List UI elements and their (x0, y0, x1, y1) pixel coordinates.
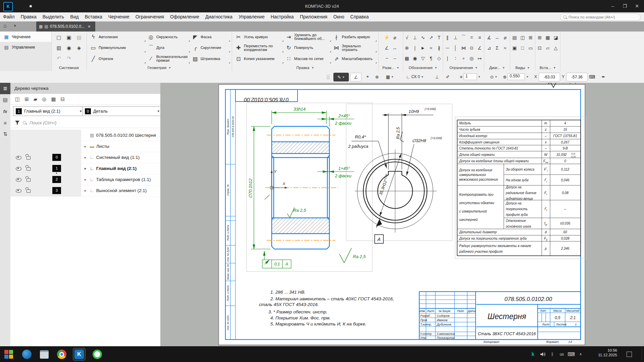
autoline-button[interactable]: ϟАвтолиния (88, 32, 146, 43)
sum-measure-icon[interactable]: Σ (493, 43, 501, 53)
menu-item-Ограничения[interactable]: Ограничения (132, 12, 167, 21)
insert-box-icon[interactable]: ⊡ (536, 43, 544, 53)
shapes-icon[interactable]: ◎ (42, 96, 46, 102)
tree-row[interactable]: 0▸∟Системный вид (1:1) (10, 152, 160, 163)
coordinate-system-select[interactable]: ∟СК 0▼ (400, 73, 430, 81)
keyboard-layout-indicator[interactable]: us (557, 346, 566, 362)
menu-item-Вставка[interactable]: Вставка (82, 12, 105, 21)
hatch-region-icon[interactable]: ▰ (34, 96, 38, 102)
files-app-icon[interactable] (38, 348, 50, 360)
menu-item-Правка[interactable]: Правка (17, 12, 39, 21)
tree-row[interactable]: 1▸∟Главный вид (2:1) (10, 163, 160, 174)
ribbon-group-Виды-label[interactable]: Виды▼ (510, 64, 535, 71)
ribbon-group-Ограничения-label[interactable]: Ограничения▼ (443, 64, 484, 71)
thunderbird-app-icon[interactable] (21, 348, 33, 360)
arc-button[interactable]: ⌒Дуга (146, 43, 190, 54)
new-view-icon[interactable]: ⊞ (24, 96, 29, 102)
home-caret-icon[interactable]: ▼ (13, 24, 16, 27)
symmetric-constraint-icon[interactable]: ⋈ (460, 43, 468, 53)
linear-dimension-icon[interactable]: ↔ (391, 43, 399, 53)
open-doc-icon[interactable]: ▣ (64, 32, 74, 43)
menu-item-Файл[interactable]: Файл (0, 12, 17, 21)
volume-icon[interactable] (539, 346, 547, 362)
undo-icon[interactable]: ↶ (54, 53, 64, 63)
layers-panel-icon[interactable]: ≡ (0, 117, 10, 128)
ribbon-group-Обозначения-label[interactable]: Обозначения▼ (403, 64, 443, 71)
close-button[interactable]: ✕ (631, 0, 643, 12)
insert-block-icon[interactable]: ▦ (544, 32, 552, 43)
menu-item-Оформление[interactable]: Оформление (167, 12, 202, 21)
two-views-icon[interactable]: ◫ (519, 32, 527, 43)
menu-item-Выделить[interactable]: Выделить (40, 12, 67, 21)
leader-line-icon[interactable]: ↗ (427, 32, 435, 43)
maximize-button[interactable]: ❐ (619, 0, 631, 12)
wide-view-icon[interactable]: ▭ (527, 43, 535, 53)
menu-item-Окно[interactable]: Окно (330, 12, 347, 21)
tree-row[interactable]: ▸▬Листы (10, 141, 160, 152)
break-line-icon[interactable]: ∦ (435, 43, 443, 53)
distance-measure-icon[interactable]: ↔ (493, 32, 501, 43)
command-search-input[interactable]: Поиск по командам (Alt+/) (560, 13, 641, 21)
grid-array-button[interactable]: ∷Массив по сетке (284, 53, 331, 64)
tree-search-input[interactable]: Поиск (Ctrl+/) (30, 120, 56, 125)
scale-button[interactable]: ⇗Масштабировать (331, 53, 377, 64)
pen-angle-icon[interactable]: ✐ (443, 73, 452, 81)
menu-item-Справка[interactable]: Справка (347, 12, 372, 21)
text-label-icon[interactable]: T (435, 32, 443, 43)
renumber-panel-icon[interactable]: ⇅ (0, 128, 10, 140)
datum-mark-icon[interactable]: ⊥ (411, 32, 419, 43)
tab-close-icon[interactable]: ✕ (88, 24, 91, 29)
grid-view-icon[interactable]: ⊞ (527, 32, 535, 43)
section-line-icon[interactable]: ∿ (419, 32, 427, 43)
ribbon-group-Геометрия-label[interactable]: Геометрия▼ (87, 64, 232, 71)
pen-style-button[interactable]: ✎▼ (333, 73, 349, 81)
collinear-constraint-icon[interactable]: ∶ (451, 53, 460, 63)
minimize-button[interactable]: – (607, 0, 619, 12)
equal-constraint-icon[interactable]: = (468, 32, 476, 43)
expander-icon[interactable]: ▸ (85, 167, 88, 170)
tangent-constraint-icon[interactable]: ⌒ (460, 32, 468, 43)
kompas-app-icon[interactable]: K (73, 348, 85, 360)
image-icon[interactable]: ▦ (51, 96, 56, 102)
snap-grid-icon[interactable]: ░ (324, 73, 332, 81)
lock-icon[interactable] (26, 189, 31, 193)
surface-mark-icon[interactable]: ▽ (419, 53, 427, 63)
auto-dimension-icon[interactable]: ⚡ (383, 32, 391, 43)
menu-item-Управление[interactable]: Управление (235, 12, 268, 21)
x-coordinate-field[interactable]: -63.03 (539, 73, 560, 81)
expander-icon[interactable]: ▸ (85, 178, 88, 181)
center-mark-icon[interactable]: ⊕ (403, 43, 411, 53)
segment-button[interactable]: ╱Отрезок (88, 53, 146, 64)
perpendicular-constraint-icon[interactable]: ⊥ (451, 32, 460, 43)
expander-icon[interactable]: ▸ (85, 144, 88, 148)
mirror-button[interactable]: ⋈Зеркально отразить (331, 43, 377, 54)
keyboard-icon[interactable]: ⌨ (567, 346, 576, 362)
eye-icon[interactable] (16, 167, 21, 171)
chrome-app-icon[interactable] (56, 348, 68, 360)
table-insert-icon[interactable]: ▦ (403, 53, 411, 63)
tree-row[interactable]: ▤078.505.0.0102.00 Шестерня (10, 130, 160, 141)
ribbon-tab-drawing[interactable]: ▦ Черчение (0, 32, 51, 42)
tray-chevron-icon[interactable]: ∧ (577, 346, 584, 362)
menu-item-Черчение[interactable]: Черчение (105, 12, 132, 21)
current-view-select[interactable]: 1 Главный вид (2:1) ▼ (13, 106, 85, 116)
area-measure-icon[interactable]: ⊿ (485, 43, 493, 53)
layout-return-icon[interactable]: ⊟ (61, 96, 65, 102)
tree-row[interactable]: 2▸∟Таблица параметров (1:1) (10, 174, 160, 185)
fillet-button[interactable]: ╭Скругление (190, 43, 230, 54)
y-coordinate-field[interactable]: -57.36 (566, 73, 588, 81)
tray-app-icon[interactable] (627, 352, 632, 357)
ribbon-group-Правка-label[interactable]: Правка▼ (232, 64, 378, 71)
vertical-constraint-icon[interactable]: │ (451, 43, 460, 53)
length-constraint-icon[interactable]: ↦ (476, 53, 484, 63)
print-icon[interactable]: ▥ (54, 43, 64, 53)
filter-icon[interactable] (15, 121, 19, 125)
show-desktop-strip[interactable] (642, 348, 644, 361)
bluetooth-icon[interactable]: ᛒ (549, 346, 556, 362)
axis-line-icon[interactable]: ∣ (411, 43, 419, 53)
menu-item-Диагностика[interactable]: Диагностика (202, 12, 235, 21)
coincident-constraint-icon[interactable]: ≡ (476, 32, 484, 43)
menu-item-Вид[interactable]: Вид (67, 12, 82, 21)
position-leader-icon[interactable]: ◉ (411, 53, 419, 63)
lock-icon[interactable] (26, 178, 31, 182)
